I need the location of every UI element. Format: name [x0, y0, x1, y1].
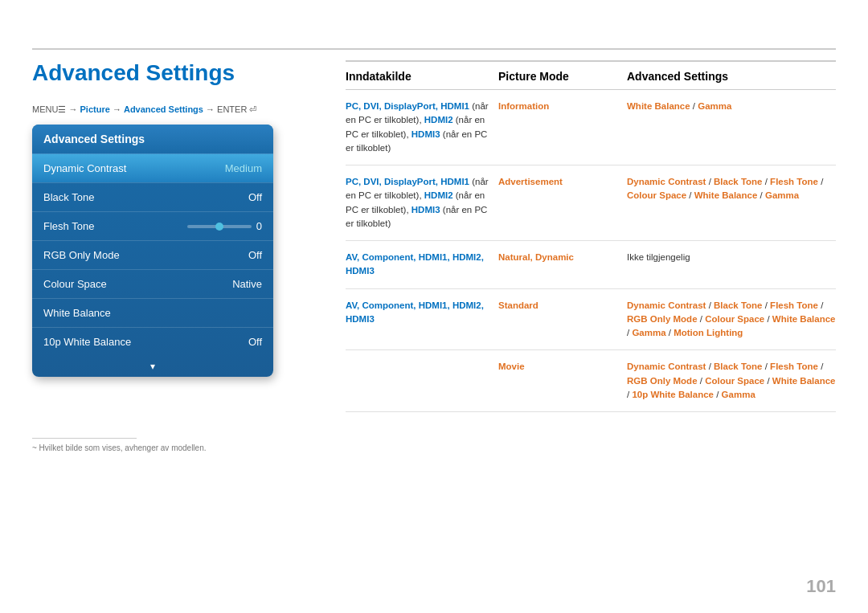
breadcrumb-arrow-1: → — [68, 104, 80, 114]
cell-source: AV, Component, HDMI1, HDMI2, HDMI3 — [346, 251, 490, 279]
cell-source: AV, Component, HDMI1, HDMI2, HDMI3 — [346, 299, 490, 327]
menu-item-label: White Balance — [43, 307, 111, 319]
table-header: Inndatakilde Picture Mode Advanced Setti… — [346, 70, 836, 90]
table-row: AV, Component, HDMI1, HDMI2, HDMI3 Stand… — [346, 289, 836, 351]
menu-item-value: Off — [248, 191, 262, 203]
cell-settings: Dynamic Contrast / Black Tone / Flesh To… — [627, 175, 836, 203]
cell-settings: White Balance / Gamma — [627, 100, 836, 113]
page-title: Advanced Settings — [32, 60, 235, 86]
cell-settings: Dynamic Contrast / Black Tone / Flesh To… — [627, 299, 836, 341]
menu-item-label: Dynamic Contrast — [43, 162, 126, 174]
breadcrumb-settings: Advanced Settings — [124, 104, 203, 114]
col-header-mode: Picture Mode — [498, 70, 619, 83]
cell-settings: Ikke tilgjengelig — [627, 251, 836, 264]
page-title-area: Advanced Settings — [32, 60, 235, 86]
footnote-divider — [32, 438, 137, 439]
menu-item-10p-white-balance[interactable]: 10p White Balance Off — [32, 327, 273, 356]
menu-item-white-balance[interactable]: White Balance — [32, 298, 273, 327]
breadcrumb-arrow-2: → — [113, 104, 124, 114]
cell-settings: Dynamic Contrast / Black Tone / Flesh To… — [627, 360, 836, 402]
menu-item-label: Colour Space — [43, 278, 107, 290]
chevron-down-row: ▾ — [32, 356, 273, 377]
table-row: AV, Component, HDMI1, HDMI2, HDMI3 Natur… — [346, 241, 836, 289]
menu-item-label: Black Tone — [43, 191, 94, 203]
menu-item-value: Off — [248, 336, 262, 348]
table-row: PC, DVI, DisplayPort, HDMI1 (når en PC e… — [346, 166, 836, 241]
footnote: ~ Hvilket bilde som vises, avhenger av m… — [32, 438, 207, 452]
table-area: Inndatakilde Picture Mode Advanced Setti… — [346, 60, 836, 412]
menu-item-value: Off — [248, 249, 262, 261]
flesh-tone-value: 0 — [256, 220, 262, 232]
chevron-down-icon: ▾ — [150, 361, 155, 372]
menu-item-label: RGB Only Mode — [43, 249, 120, 261]
cell-mode: Standard — [498, 299, 619, 313]
cell-mode: Advertisement — [498, 175, 619, 189]
menu-item-dynamic-contrast[interactable]: Dynamic Contrast Medium — [32, 153, 273, 182]
menu-item-label: Flesh Tone — [43, 220, 94, 232]
cell-source: PC, DVI, DisplayPort, HDMI1 (når en PC e… — [346, 100, 490, 155]
footnote-text: ~ Hvilket bilde som vises, avhenger av m… — [32, 443, 207, 452]
menu-item-black-tone[interactable]: Black Tone Off — [32, 182, 273, 211]
col-header-settings: Advanced Settings — [627, 70, 836, 83]
slider-thumb — [215, 223, 223, 231]
breadcrumb: MENU☰ → Picture → Advanced Settings → EN… — [32, 104, 256, 115]
breadcrumb-menu: MENU☰ — [32, 104, 66, 114]
table-row: Movie Dynamic Contrast / Black Tone / Fl… — [346, 350, 836, 412]
cell-mode: Movie — [498, 360, 619, 374]
menu-item-value: Native — [232, 278, 262, 290]
flesh-tone-slider[interactable]: 0 — [187, 220, 262, 232]
cell-mode: Natural, Dynamic — [498, 251, 619, 264]
menu-item-colour-space[interactable]: Colour Space Native — [32, 269, 273, 298]
menu-item-rgb-only[interactable]: RGB Only Mode Off — [32, 240, 273, 269]
breadcrumb-enter: ENTER ⏎ — [217, 104, 256, 114]
menu-item-flesh-tone[interactable]: Flesh Tone 0 — [32, 211, 273, 240]
cell-source: PC, DVI, DisplayPort, HDMI1 (når en PC e… — [346, 175, 490, 231]
menu-box-title: Advanced Settings — [32, 125, 273, 153]
menu-item-value: Medium — [225, 162, 262, 174]
menu-box: Advanced Settings Dynamic Contrast Mediu… — [32, 125, 273, 377]
slider-track — [187, 225, 252, 228]
page-number: 101 — [806, 576, 836, 597]
breadcrumb-picture: Picture — [80, 104, 110, 114]
source-highlight: PC, DVI, DisplayPort, HDMI1 — [346, 101, 469, 111]
top-divider — [32, 48, 836, 50]
cell-mode: Information — [498, 100, 619, 113]
table-top-divider — [346, 60, 836, 62]
col-header-source: Inndatakilde — [346, 70, 490, 83]
table-row: PC, DVI, DisplayPort, HDMI1 (når en PC e… — [346, 90, 836, 166]
menu-item-label: 10p White Balance — [43, 336, 131, 348]
breadcrumb-arrow-3: → — [206, 104, 217, 114]
